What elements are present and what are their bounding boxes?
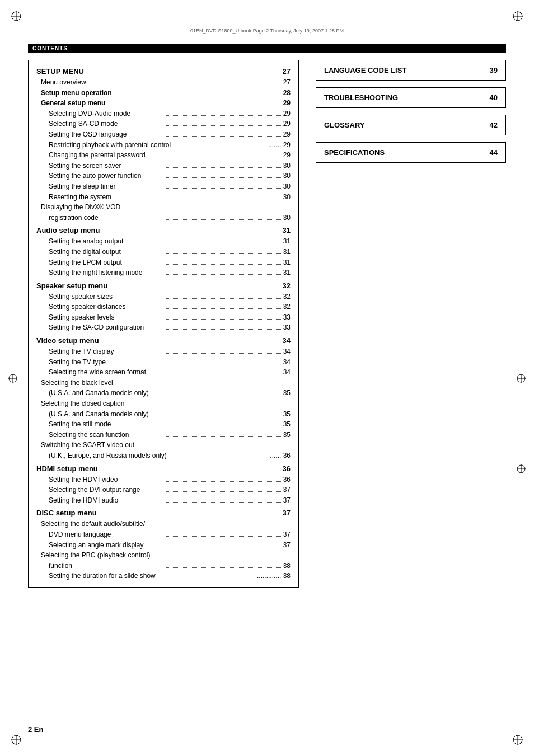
toc-item-dvd-audio: Selecting DVD-Audio mode 29 [36,109,291,119]
toc-item-digital-output: Setting the digital output 31 [36,247,291,257]
toc-item-slide-show: Setting the duration for a slide show ..… [36,571,291,581]
section-audio-setup: Audio setup menu 31 [36,226,291,234]
toc-item-analog-output: Setting the analog output 31 [36,236,291,247]
side-mark-right [516,373,526,383]
toc-item-dvi-range: Selecting the DVI output range 37 [36,485,291,495]
contents-bar: CONTENTS [28,44,506,53]
section-specifications: SPECIFICATIONS 44 [316,142,506,163]
toc-item-sa-cd-config: Setting the SA-CD configuration 33 [36,322,291,333]
toc-item-sa-cd-mode: Selecting SA-CD mode 29 [36,119,291,129]
left-toc-column: SETUP MENU 27 Menu overview 27 Setup men… [28,60,299,588]
toc-item-general-setup-menu: General setup menu 29 [36,98,291,109]
toc-item-scart: Switching the SCART video out (U.K., Eur… [36,440,291,461]
section-language-code: LANGUAGE CODE LIST 39 [316,60,506,81]
toc-item-default-audio: Selecting the default audio/subtitle/ DV… [36,519,291,539]
toc-item-pbc: Selecting the PBC (playback control) fun… [36,550,291,571]
section-troubleshooting: TROUBLESHOOTING 40 [316,87,506,108]
toc-item-speaker-distances: Setting speaker distances 32 [36,302,291,312]
toc-item-tv-type: Setting the TV type 34 [36,357,291,368]
language-code-title: LANGUAGE CODE LIST [324,66,406,74]
toc-item-parental-password: Changing the parental password 29 [36,150,291,161]
toc-item-resetting: Resetting the system 30 [36,192,291,203]
toc-item-wide-screen: Selecting the wide screen format 34 [36,367,291,378]
toc-item-osd-language: Setting the OSD language 29 [36,129,291,140]
right-toc-column: LANGUAGE CODE LIST 39 TROUBLESHOOTING 40… [316,60,506,170]
section-speaker-setup: Speaker setup menu 32 [36,281,291,290]
troubleshooting-title: TROUBLESHOOTING [324,93,398,102]
section-hdmi-setup: HDMI setup menu 36 [36,464,291,473]
toc-item-scan-function: Selecting the scan function 35 [36,430,291,440]
toc-item-hdmi-audio: Setting the HDMI audio 37 [36,495,291,506]
side-mark-right-lower [516,464,526,474]
toc-item-divx: Displaying the DivX® VOD registration co… [36,202,291,223]
language-code-page: 39 [490,66,498,74]
toc-item-speaker-sizes: Setting speaker sizes 32 [36,292,291,302]
corner-mark-tl [10,10,22,22]
corner-mark-bl [10,734,22,746]
troubleshooting-page: 40 [490,93,498,102]
specifications-page: 44 [490,148,498,157]
toc-item-still-mode: Setting the still mode 35 [36,419,291,430]
toc-item-speaker-levels: Setting speaker levels 33 [36,312,291,323]
toc-item-auto-power: Setting the auto power function 30 [36,171,291,181]
toc-item-setup-menu-operation: Setup menu operation 28 [36,88,291,98]
toc-item-sleep-timer: Setting the sleep timer 30 [36,181,291,192]
toc-item-tv-display: Setting the TV display 34 [36,346,291,357]
section-disc-setup: DISC setup menu 37 [36,509,291,517]
corner-mark-tr [512,10,524,22]
section-glossary: GLOSSARY 42 [316,115,506,135]
toc-item-angle-mark: Selecting an angle mark display 37 [36,540,291,551]
header-file-info: 01EN_DVD-S1800_U.book Page 2 Thursday, J… [28,22,506,34]
corner-mark-br [512,734,524,746]
toc-item-parental-control: Restricting playback with parental contr… [36,140,291,151]
section-setup-menu: SETUP MENU 27 [36,67,291,76]
toc-item-screen-saver: Setting the screen saver 30 [36,161,291,171]
page-number: 2 En [28,725,43,734]
section-video-setup: Video setup menu 34 [36,336,291,345]
specifications-title: SPECIFICATIONS [324,148,385,157]
toc-item-black-level: Selecting the black level (U.S.A. and Ca… [36,378,291,398]
side-mark-left [8,373,18,383]
glossary-page: 42 [490,121,498,129]
toc-item-menu-overview: Menu overview 27 [36,77,291,88]
glossary-title: GLOSSARY [324,121,364,129]
toc-item-closed-caption: Selecting the closed caption (U.S.A. and… [36,398,291,419]
toc-item-lpcm-output: Setting the LPCM output 31 [36,257,291,268]
toc-item-night-mode: Setting the night listening mode 31 [36,267,291,278]
toc-item-hdmi-video: Setting the HDMI video 36 [36,475,291,485]
